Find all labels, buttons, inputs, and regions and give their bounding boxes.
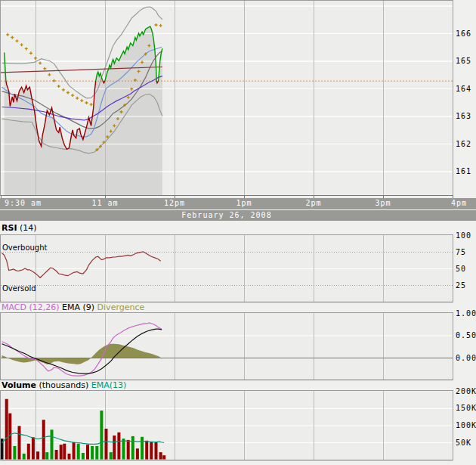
volume-bar — [13, 446, 16, 460]
volume-bar — [150, 442, 153, 460]
volume-bar — [127, 440, 130, 460]
volume-bar — [82, 453, 85, 460]
macd-header: MACD (12,26) EMA (9) Divergence — [2, 302, 144, 312]
volume-bar — [5, 399, 8, 460]
volume-bar — [155, 442, 158, 459]
volume-bar — [122, 439, 125, 459]
time-axis-bar: 9:30 am11 am12pm1pm2pm3pm4pm — [0, 198, 476, 209]
volume-bar — [27, 444, 30, 460]
volume-bar — [18, 426, 21, 459]
volume-bar — [32, 437, 35, 459]
volume-bar — [45, 452, 48, 459]
volume-bar — [42, 420, 45, 459]
volume-bar — [60, 445, 63, 459]
volume-header-part: (thousands) — [36, 380, 88, 390]
stock-chart-screen: 166165164163162161OverboughtOversold1007… — [0, 0, 476, 465]
volume-bar — [77, 444, 80, 460]
volume-bar — [105, 429, 108, 460]
time-label: 4pm — [451, 199, 467, 207]
chart-canvas: 166165164163162161OverboughtOversold1007… — [0, 0, 476, 465]
time-label: 11 am — [91, 199, 118, 207]
volume-bar — [36, 451, 39, 459]
macd-ytick-label: 0.00 — [456, 354, 476, 362]
volume-bar — [117, 432, 120, 460]
time-label: 1pm — [236, 199, 252, 207]
volume-header-part: EMA(13) — [88, 380, 126, 390]
price-ytick-label: 164 — [456, 85, 471, 93]
rsi-header-part: (14) — [17, 223, 37, 233]
date-label: February 26, 2008 — [181, 211, 271, 219]
volume-bar — [55, 450, 58, 460]
volume-ytick-label: 200K — [456, 387, 476, 395]
volume-bar — [159, 452, 162, 459]
time-label: 2pm — [305, 199, 321, 207]
price-ytick-label: 163 — [456, 112, 471, 120]
volume-bar — [110, 452, 113, 459]
price-ytick-label: 162 — [456, 140, 471, 148]
rsi-ytick-label: 25 — [456, 281, 466, 290]
macd-header-part: Divergence — [94, 302, 144, 312]
oversold-label: Oversold — [2, 284, 36, 293]
rsi-header-part: RSI — [2, 223, 17, 233]
volume-bar — [86, 445, 89, 459]
volume-bar — [113, 436, 116, 460]
date-bar: February 26, 2008 — [0, 210, 476, 221]
volume-ytick-label: 150K — [456, 404, 476, 412]
price-ytick-label: 165 — [456, 57, 471, 65]
volume-bar — [136, 448, 139, 459]
volume-header: Volume (thousands) EMA(13) — [2, 380, 126, 390]
macd-ytick-label: 0.50 — [456, 331, 476, 339]
rsi-header: RSI (14) — [2, 223, 37, 233]
volume-bar — [131, 436, 134, 460]
macd-plot-area — [1, 313, 453, 380]
volume-bar — [51, 429, 54, 459]
time-label: 12pm — [164, 199, 185, 207]
macd-ytick-label: 1.00 — [456, 309, 476, 318]
price-ytick-label: 161 — [456, 167, 471, 175]
volume-header-part: Volume — [2, 380, 36, 390]
volume-bar — [91, 446, 94, 460]
macd-header-part: MACD (12,26) — [2, 302, 60, 312]
price-ytick-label: 166 — [456, 29, 471, 38]
volume-bar — [145, 441, 148, 460]
volume-bar — [95, 446, 98, 460]
time-label: 9:30 am — [5, 199, 42, 207]
volume-bar — [68, 454, 71, 460]
rsi-ytick-label: 75 — [456, 248, 466, 256]
rsi-ytick-label: 100 — [456, 231, 471, 240]
volume-ytick-label: 100K — [456, 421, 476, 429]
volume-bar — [73, 442, 76, 460]
volume-bar — [141, 437, 144, 460]
volume-ytick-label: 50K — [456, 439, 471, 447]
volume-bar — [63, 444, 66, 460]
macd-header-part: EMA (9) — [60, 302, 95, 312]
rsi-ytick-label: 50 — [456, 265, 466, 273]
volume-bar — [162, 455, 165, 459]
volume-bar — [23, 454, 26, 460]
overbought-label: Overbought — [2, 243, 48, 252]
time-label: 3pm — [375, 199, 391, 207]
volume-bar — [100, 411, 103, 460]
